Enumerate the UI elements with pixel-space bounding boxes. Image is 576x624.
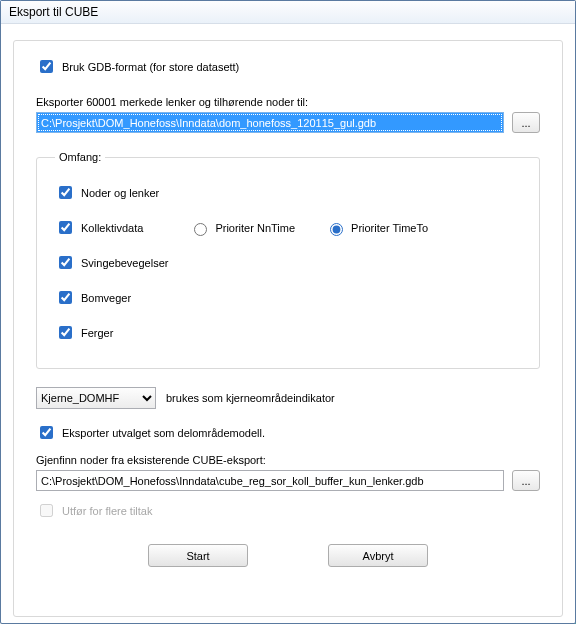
prioriter-tt-option[interactable]: Prioriter TimeTo: [325, 220, 428, 236]
bomveger-checkbox[interactable]: [59, 291, 72, 304]
bomveger-row: Bomveger: [55, 280, 521, 315]
ellipsis-icon: ...: [521, 117, 530, 129]
gjenfinn-label: Gjenfinn noder fra eksisterende CUBE-eks…: [36, 454, 540, 466]
content: Bruk GDB-format (for store datasett) Eks…: [1, 24, 575, 623]
svinge-label: Svingebevegelser: [81, 257, 168, 269]
tiltak-checkbox: [40, 504, 53, 517]
kjerne-row: Kjerne_DOMHF brukes som kjerneområdeindi…: [36, 387, 540, 409]
svinge-row: Svingebevegelser: [55, 245, 521, 280]
ferger-label: Ferger: [81, 327, 113, 339]
button-row: Start Avbryt: [36, 544, 540, 567]
prioriter-nn-label: Prioriter NnTime: [215, 222, 295, 234]
start-button[interactable]: Start: [148, 544, 248, 567]
delomrade-label: Eksporter utvalget som delområdemodell.: [62, 427, 265, 439]
export-path-row: ...: [36, 112, 540, 133]
gdb-label: Bruk GDB-format (for store datasett): [62, 61, 239, 73]
ferger-row: Ferger: [55, 315, 521, 350]
prioriter-tt-radio[interactable]: [330, 223, 343, 236]
kjerne-select[interactable]: Kjerne_DOMHF: [36, 387, 156, 409]
svinge-checkbox[interactable]: [59, 256, 72, 269]
prioriter-nn-radio[interactable]: [194, 223, 207, 236]
kollektiv-row: Kollektivdata Prioriter NnTime Prioriter…: [55, 210, 521, 245]
delomrade-row: Eksporter utvalget som delområdemodell.: [36, 423, 540, 442]
export-path-input[interactable]: [36, 112, 504, 133]
omfang-legend: Omfang:: [55, 151, 105, 163]
ellipsis-icon: ...: [521, 475, 530, 487]
browse-export-button[interactable]: ...: [512, 112, 540, 133]
noder-label: Noder og lenker: [81, 187, 159, 199]
gjenfinn-path-input[interactable]: [36, 470, 504, 491]
bomveger-label: Bomveger: [81, 292, 131, 304]
kollektiv-label: Kollektivdata: [81, 222, 143, 234]
panel: Bruk GDB-format (for store datasett) Eks…: [13, 40, 563, 617]
browse-gjenfinn-button[interactable]: ...: [512, 470, 540, 491]
omfang-fieldset: Omfang: Noder og lenker Kollektivdata Pr…: [36, 151, 540, 369]
avbryt-button[interactable]: Avbryt: [328, 544, 428, 567]
delomrade-checkbox[interactable]: [40, 426, 53, 439]
prioriter-nn-option[interactable]: Prioriter NnTime: [189, 220, 295, 236]
prioriter-radios: Prioriter NnTime Prioriter TimeTo: [189, 220, 428, 236]
prioriter-tt-label: Prioriter TimeTo: [351, 222, 428, 234]
export-heading: Eksporter 60001 merkede lenker og tilhør…: [36, 96, 540, 108]
gjenfinn-path-row: ...: [36, 470, 540, 491]
kollektiv-checkbox[interactable]: [59, 221, 72, 234]
window: Eksport til CUBE Bruk GDB-format (for st…: [0, 0, 576, 624]
tiltak-label: Utfør for flere tiltak: [62, 505, 152, 517]
window-title: Eksport til CUBE: [9, 5, 98, 19]
tiltak-row: Utfør for flere tiltak: [36, 501, 540, 520]
titlebar: Eksport til CUBE: [1, 1, 575, 24]
gdb-checkbox[interactable]: [40, 60, 53, 73]
gdb-row: Bruk GDB-format (for store datasett): [36, 57, 540, 76]
noder-checkbox[interactable]: [59, 186, 72, 199]
kjerne-desc: brukes som kjerneområdeindikator: [166, 392, 335, 404]
noder-row: Noder og lenker: [55, 175, 521, 210]
ferger-checkbox[interactable]: [59, 326, 72, 339]
